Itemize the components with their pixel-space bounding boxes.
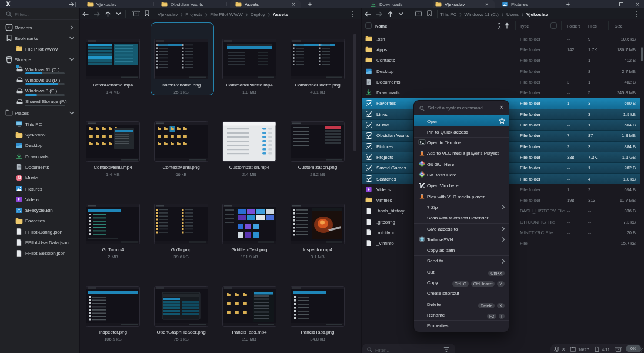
svg-text:Z: Z xyxy=(498,22,500,26)
svg-text:A: A xyxy=(498,26,501,29)
